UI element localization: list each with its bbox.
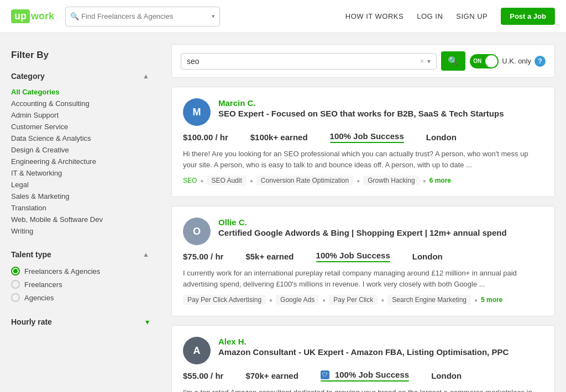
job-success-underline-2 bbox=[316, 261, 390, 262]
card-stats-2: $75.00 / hr $5k+ earned 100% Job Success… bbox=[183, 251, 543, 262]
category-item-translation[interactable]: Translation bbox=[11, 202, 149, 214]
filter-by-title: Filter By bbox=[11, 50, 149, 61]
hourly-rate-chevron-icon[interactable]: ▾ bbox=[145, 317, 149, 326]
search-icon: 🔍 bbox=[70, 12, 79, 20]
talent-type-chevron-icon[interactable]: ▲ bbox=[143, 251, 149, 258]
talent-type-label-freelancers: Freelancers bbox=[24, 280, 62, 289]
radio-agencies[interactable] bbox=[11, 293, 20, 302]
talent-type-agencies[interactable]: Agencies bbox=[11, 291, 149, 304]
rate-stat-2: $75.00 / hr bbox=[183, 252, 223, 261]
category-item-sales[interactable]: Sales & Marketing bbox=[11, 190, 149, 202]
nav-login[interactable]: LOG IN bbox=[417, 12, 443, 20]
freelancer-title-3: Amazon Consultant - UK Expert - Amazon F… bbox=[218, 347, 543, 357]
category-item-legal[interactable]: Legal bbox=[11, 179, 149, 190]
uk-toggle: ON U.K. only ? bbox=[470, 54, 546, 68]
header-search-bar[interactable]: 🔍 ▾ bbox=[65, 7, 220, 27]
freelancer-card-2: O Ollie C. Certified Google Adwords & Bi… bbox=[171, 206, 555, 316]
category-item-web[interactable]: Web, Mobile & Software Dev bbox=[11, 214, 149, 225]
clear-icon[interactable]: × bbox=[420, 57, 424, 65]
category-list: All Categories Accounting & Consulting A… bbox=[11, 86, 149, 237]
tag-more-2[interactable]: 5 more bbox=[481, 296, 502, 304]
freelancer-name-2[interactable]: Ollie C. bbox=[218, 218, 543, 227]
logo[interactable]: upwork bbox=[11, 9, 54, 23]
description-2: I currently work for an international pu… bbox=[183, 268, 543, 289]
card-header-1: M Marcin C. SEO Expert - Focused on SEO … bbox=[183, 98, 543, 126]
toggle-knob bbox=[485, 55, 497, 67]
main-content: × ▾ 🔍 ON U.K. only ? M Marcin C. SEO Exp… bbox=[160, 44, 566, 392]
rate-value-2: $75.00 / hr bbox=[183, 252, 223, 261]
tag-ppc-adv[interactable]: Pay Per Click Advertising bbox=[183, 295, 266, 305]
avatar-2: O bbox=[183, 218, 211, 245]
radio-freelancers[interactable] bbox=[11, 280, 20, 289]
tag-seo-audit[interactable]: SEO Audit bbox=[207, 176, 246, 186]
header: upwork 🔍 ▾ HOW IT WORKS LOG IN SIGN UP P… bbox=[0, 0, 566, 33]
category-item-it[interactable]: IT & Networking bbox=[11, 167, 149, 179]
rate-value-1: $100.00 / hr bbox=[183, 133, 228, 142]
logo-up: up bbox=[11, 9, 30, 23]
card-info-1: Marcin C. SEO Expert - Focused on SEO th… bbox=[218, 98, 543, 118]
card-header-2: O Ollie C. Certified Google Adwords & Bi… bbox=[183, 218, 543, 245]
location-3: London bbox=[431, 371, 462, 380]
search-button[interactable]: 🔍 bbox=[441, 51, 465, 71]
nav-signup[interactable]: SIGN UP bbox=[456, 12, 488, 20]
earned-value-1: $100k+ earned bbox=[250, 133, 308, 142]
talent-type-title: Talent type bbox=[11, 250, 51, 259]
search-field[interactable]: × ▾ bbox=[181, 53, 437, 70]
chevron-down-icon[interactable]: ▾ bbox=[427, 57, 431, 65]
category-item-admin[interactable]: Admin Support bbox=[11, 109, 149, 121]
search-row: × ▾ 🔍 ON U.K. only ? bbox=[171, 44, 555, 78]
category-item-customer[interactable]: Customer Service bbox=[11, 121, 149, 133]
hourly-rate-title: Hourly rate bbox=[11, 317, 52, 326]
category-item-all[interactable]: All Categories bbox=[11, 86, 149, 98]
help-icon[interactable]: ? bbox=[534, 56, 546, 67]
freelancer-card-1: M Marcin C. SEO Expert - Focused on SEO … bbox=[171, 87, 555, 197]
freelancer-title-2: Certified Google Adwords & Bing | Shoppi… bbox=[218, 228, 543, 237]
card-stats-3: $55.00 / hr $70k+ earned 🛡 100% Job Succ… bbox=[183, 370, 543, 382]
earned-stat-3: $70k+ earned bbox=[245, 371, 298, 380]
tag-google-ads[interactable]: Google Ads bbox=[276, 295, 319, 305]
tag-cro[interactable]: Conversion Rate Optimization bbox=[256, 176, 353, 186]
category-filter: Category ▲ All Categories Accounting & C… bbox=[11, 72, 149, 237]
header-search-input[interactable] bbox=[81, 12, 209, 20]
talent-type-freelancers[interactable]: Freelancers bbox=[11, 278, 149, 291]
card-info-2: Ollie C. Certified Google Adwords & Bing… bbox=[218, 218, 543, 237]
radio-all[interactable] bbox=[11, 267, 20, 276]
tags-1: SEO ● SEO Audit ● Conversion Rate Optimi… bbox=[183, 176, 543, 186]
freelancer-card-3: A Alex H. Amazon Consultant - UK Expert … bbox=[171, 325, 555, 392]
earned-value-3: $70k+ earned bbox=[245, 371, 298, 380]
post-job-button[interactable]: Post a Job bbox=[501, 8, 555, 25]
talent-type-list: Freelancers & Agencies Freelancers Agenc… bbox=[11, 264, 149, 304]
shield-icon: 🛡 bbox=[321, 370, 329, 379]
tag-sem[interactable]: Search Engine Marketing bbox=[387, 295, 471, 305]
talent-type-label-all: Freelancers & Agencies bbox=[24, 267, 100, 276]
tag-ppc[interactable]: Pay Per Click bbox=[329, 295, 378, 305]
category-item-data[interactable]: Data Science & Analytics bbox=[11, 133, 149, 144]
category-chevron-icon[interactable]: ▲ bbox=[143, 72, 149, 80]
talent-type-all[interactable]: Freelancers & Agencies bbox=[11, 264, 149, 278]
header-nav: HOW IT WORKS LOG IN SIGN UP Post a Job bbox=[345, 8, 555, 25]
freelancer-name-1[interactable]: Marcin C. bbox=[218, 98, 543, 108]
tag-more-1[interactable]: 6 more bbox=[429, 177, 451, 184]
tags-2: Pay Per Click Advertising ● Google Ads ●… bbox=[183, 295, 543, 305]
job-success-1: 100% Job Success bbox=[330, 131, 404, 143]
category-item-accounting[interactable]: Accounting & Consulting bbox=[11, 98, 149, 109]
job-success-underline-3 bbox=[321, 380, 409, 382]
category-item-writing[interactable]: Writing bbox=[11, 225, 149, 237]
nav-how-it-works[interactable]: HOW IT WORKS bbox=[345, 12, 403, 20]
location-1: London bbox=[426, 133, 457, 142]
avatar-1: M bbox=[183, 98, 211, 126]
category-item-engineering[interactable]: Engineering & Architecture bbox=[11, 156, 149, 167]
uk-only-label: U.K. only bbox=[502, 57, 531, 65]
main-layout: Filter By Category ▲ All Categories Acco… bbox=[0, 33, 566, 392]
job-success-pct-2: 100% Job Success bbox=[316, 251, 390, 260]
freelancer-name-3[interactable]: Alex H. bbox=[218, 337, 543, 346]
tag-seo-1[interactable]: SEO bbox=[183, 177, 197, 184]
category-title: Category bbox=[11, 72, 45, 81]
search-input[interactable] bbox=[187, 57, 417, 66]
avatar-3: A bbox=[183, 337, 211, 364]
category-item-design[interactable]: Design & Creative bbox=[11, 144, 149, 156]
tag-growth[interactable]: Growth Hacking bbox=[363, 176, 419, 186]
toggle-switch[interactable]: ON bbox=[470, 54, 499, 68]
hourly-rate-filter[interactable]: Hourly rate ▾ bbox=[11, 317, 149, 326]
job-success-pct-3: 100% Job Success bbox=[335, 370, 409, 379]
